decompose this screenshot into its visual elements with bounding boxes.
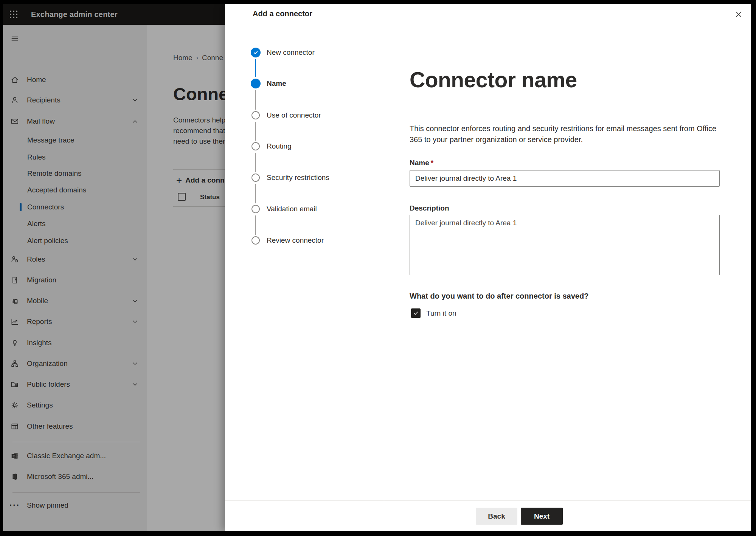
connector-intro-text: This connector enforces routing and secu…: [410, 123, 723, 145]
steps-panel-divider: [384, 25, 384, 501]
sidebar-item-label: Connectors: [27, 203, 64, 211]
dialog-title: Add a connector: [253, 9, 312, 18]
classic-exchange-icon: [10, 451, 20, 461]
sidebar-item-mobile[interactable]: Mobile: [3, 293, 147, 308]
sidebar-item-microsoft-365-admin[interactable]: Microsoft 365 admi...: [3, 469, 147, 484]
step-label: Security restrictions: [267, 174, 329, 182]
app-launcher-waffle-icon[interactable]: [3, 4, 24, 25]
sidebar-item-roles[interactable]: Roles: [3, 252, 147, 267]
name-field-label: Name*: [410, 159, 433, 167]
sidebar-item-label: Microsoft 365 admi...: [27, 472, 93, 481]
breadcrumb-home-link[interactable]: Home: [173, 54, 192, 62]
person-icon: [10, 95, 20, 105]
intro-line: to your partner organization or service …: [424, 135, 583, 144]
sidebar-item-label: Mail flow: [27, 117, 55, 125]
step-upcoming-icon: [251, 205, 260, 213]
sidebar-item-label: Other features: [27, 422, 73, 431]
add-connector-button-label: Add a conn: [185, 176, 224, 184]
description-field-label: Description: [410, 204, 449, 212]
migration-icon: [10, 275, 20, 285]
sidebar-item-accepted-domains[interactable]: Accepted domains: [3, 183, 147, 198]
sidebar-item-label: Alert policies: [27, 237, 68, 245]
step-current-icon: [251, 79, 261, 88]
step-connector-line: [255, 215, 256, 235]
connector-name-input[interactable]: [410, 170, 720, 187]
add-connector-button[interactable]: + Add a conn: [176, 176, 225, 184]
dialog-header-divider: [225, 25, 751, 25]
sidebar-item-alerts[interactable]: Alerts: [3, 216, 147, 231]
step-label: Review connector: [267, 236, 324, 245]
status-column-header[interactable]: Status: [200, 194, 220, 201]
line-chart-icon: [10, 317, 20, 327]
sidebar-item-home[interactable]: Home: [3, 72, 147, 87]
waffle-icon: [9, 9, 19, 19]
after-save-question: What do you want to do after connector i…: [410, 292, 588, 301]
sidebar-item-recipients[interactable]: Recipients: [3, 93, 147, 108]
chevron-down-icon: [131, 380, 139, 389]
sidebar-item-label: Mobile: [27, 297, 48, 305]
mobile-icon: [10, 296, 20, 306]
select-all-checkbox[interactable]: [178, 193, 186, 201]
next-button[interactable]: Next: [521, 508, 563, 525]
step-label: Routing: [267, 142, 292, 150]
envelope-icon: [10, 116, 20, 126]
sidebar-divider: [12, 442, 140, 442]
chevron-down-icon: [131, 297, 139, 305]
step-upcoming-icon: [251, 236, 260, 245]
sidebar-item-alert-policies[interactable]: Alert policies: [3, 233, 147, 248]
back-button[interactable]: Back: [476, 508, 517, 525]
sidebar-item-rules[interactable]: Rules: [3, 150, 147, 165]
checkbox-checked-icon[interactable]: [411, 308, 421, 318]
chevron-down-icon: [131, 318, 139, 326]
sidebar-item-label: Recipients: [27, 96, 61, 104]
connector-description-textarea[interactable]: Deliver journal directly to Area 1: [410, 215, 720, 275]
sidebar-item-label: Show pinned: [27, 501, 68, 510]
chevron-down-icon: [131, 255, 139, 263]
required-asterisk: *: [431, 159, 433, 167]
screen: Exchange admin center Home Recipients: [3, 4, 751, 531]
step-label: Use of connector: [267, 111, 321, 119]
hamburger-menu-button[interactable]: [3, 31, 147, 46]
step-connector-line: [255, 90, 256, 110]
step-upcoming-icon: [251, 111, 260, 119]
sidebar-item-other-features[interactable]: Other features: [3, 419, 147, 434]
turn-it-on-checkbox-row[interactable]: Turn it on: [411, 308, 456, 318]
sidebar-item-message-trace[interactable]: Message trace: [3, 133, 147, 148]
sidebar-item-label: Classic Exchange adm...: [27, 452, 106, 460]
step-connector-line: [255, 184, 256, 203]
sidebar-item-classic-exchange-admin[interactable]: Classic Exchange adm...: [3, 448, 147, 463]
page-description-line: recommend that: [173, 127, 225, 135]
sidebar-item-label: Home: [27, 76, 46, 84]
sidebar-item-connectors[interactable]: Connectors: [3, 200, 147, 215]
sidebar-item-mail-flow[interactable]: Mail flow: [3, 114, 147, 129]
close-button[interactable]: [733, 8, 745, 20]
sidebar-item-public-folders[interactable]: Public folders: [3, 377, 147, 392]
connector-name-heading: Connector name: [410, 67, 577, 92]
sidebar-item-migration[interactable]: Migration: [3, 273, 147, 288]
sidebar-item-reports[interactable]: Reports: [3, 314, 147, 329]
microsoft-365-icon: [10, 472, 20, 482]
hamburger-icon: [10, 34, 20, 43]
sidebar-item-label: Organization: [27, 359, 68, 368]
sidebar-item-organization[interactable]: Organization: [3, 356, 147, 371]
sidebar-item-label: Migration: [27, 276, 56, 284]
sidebar-item-label: Public folders: [27, 380, 70, 389]
add-connector-dialog: Add a connector New connector Name: [225, 4, 751, 531]
sidebar-item-insights[interactable]: Insights: [3, 335, 147, 350]
step-upcoming-icon: [251, 142, 260, 150]
step-complete-icon: [251, 48, 261, 57]
lightbulb-icon: [10, 338, 20, 348]
sidebar-item-remote-domains[interactable]: Remote domains: [3, 166, 147, 181]
sidebar-item-settings[interactable]: Settings: [3, 398, 147, 413]
sidebar-item-label: Roles: [27, 255, 45, 263]
sidebar-item-show-pinned[interactable]: ··· Show pinned: [3, 498, 147, 513]
sidebar-item-label: Remote domains: [27, 169, 82, 178]
step-label: New connector: [267, 48, 315, 57]
dialog-header: Add a connector: [225, 4, 751, 25]
table-grid-icon: [10, 421, 20, 431]
app-title: Exchange admin center: [31, 10, 118, 19]
roles-icon: [10, 254, 20, 264]
sidebar-item-label: Alerts: [27, 220, 46, 228]
chevron-down-icon: [131, 96, 139, 104]
step-label: Name: [267, 79, 286, 88]
